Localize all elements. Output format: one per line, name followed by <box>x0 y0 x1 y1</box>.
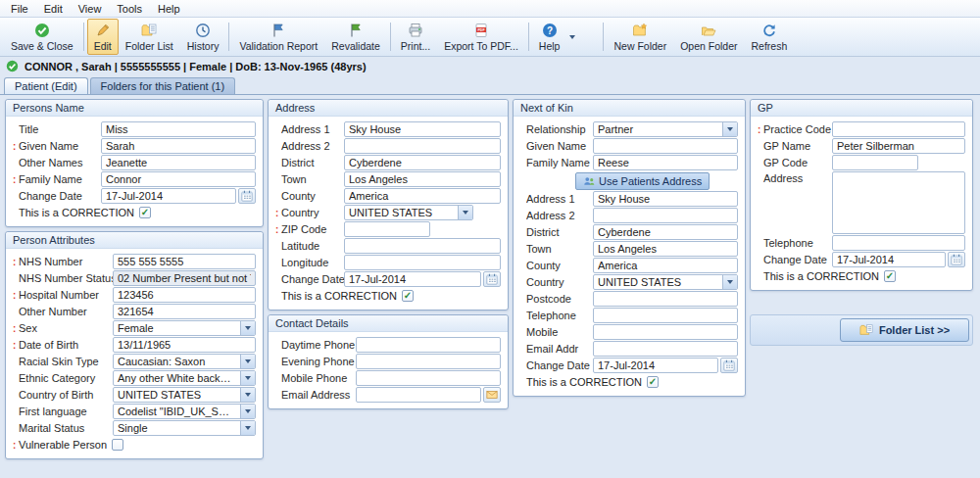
input-given-name[interactable] <box>101 138 256 154</box>
toolbar-folder-list[interactable]: Folder List <box>119 19 180 55</box>
dropdown-relationship[interactable]: Partner <box>593 121 738 137</box>
input-mobile-phone[interactable] <box>356 370 501 386</box>
dropdown-country[interactable]: UNITED STATES <box>593 274 738 290</box>
input-title[interactable] <box>101 121 256 137</box>
dropdown-sex[interactable]: Female <box>113 320 256 336</box>
dropdown-racial-skin-type[interactable]: Caucasian: Saxon <box>113 354 256 369</box>
chevron-down-icon[interactable] <box>722 275 737 289</box>
use-patients-address-button[interactable]: Use Patients Address <box>575 172 710 190</box>
checkbox-this-is-a-correction[interactable]: ✓ <box>647 376 659 388</box>
input-evening-phone[interactable] <box>356 354 501 369</box>
chevron-down-icon[interactable] <box>240 405 255 418</box>
input-family-name[interactable] <box>101 171 256 187</box>
dropdown-marital-status[interactable]: Single <box>113 420 256 436</box>
input-gp-name[interactable] <box>832 138 965 154</box>
input-longitude[interactable] <box>344 255 501 270</box>
menu-edit[interactable]: Edit <box>36 2 71 16</box>
toolbar-separator <box>603 23 604 51</box>
menu-view[interactable]: View <box>71 2 110 16</box>
input-change-date[interactable] <box>832 252 946 267</box>
toolbar-open-folder[interactable]: Open Folder <box>673 19 744 55</box>
field-label: District <box>281 157 344 168</box>
input-change-date[interactable] <box>344 271 481 287</box>
people-icon <box>583 175 595 187</box>
input-district[interactable] <box>344 155 501 170</box>
dropdown-country[interactable]: UNITED STATES <box>344 205 473 220</box>
textarea-address[interactable] <box>832 171 965 234</box>
toolbar-new-folder[interactable]: New Folder <box>607 19 673 55</box>
input-mobile[interactable] <box>593 324 738 340</box>
field-row-district: District <box>520 224 738 240</box>
toolbar-save-close[interactable]: Save & Close <box>4 19 80 55</box>
input-address-1[interactable] <box>344 121 501 137</box>
chevron-down-icon[interactable] <box>240 421 255 435</box>
input-other-number[interactable] <box>113 304 256 319</box>
toolbar-print[interactable]: Print... <box>394 19 437 55</box>
chevron-down-icon[interactable] <box>722 122 737 136</box>
checkbox-vulnerable-person[interactable] <box>112 439 123 451</box>
toolbar-refresh[interactable]: Refresh <box>745 19 795 55</box>
chevron-down-icon[interactable] <box>240 355 255 368</box>
mail-icon[interactable] <box>483 387 501 403</box>
chevron-down-icon[interactable] <box>240 371 255 385</box>
input-gp-code[interactable] <box>832 155 918 170</box>
toolbar-help-dropdown[interactable] <box>566 19 578 55</box>
input-nhs-number-status[interactable] <box>113 270 256 286</box>
input-family-name[interactable] <box>593 155 738 170</box>
tab-patient-edit[interactable]: Patient (Edit) <box>4 77 88 94</box>
input-county[interactable] <box>344 188 501 204</box>
toolbar-edit[interactable]: Edit <box>87 19 119 55</box>
input-email-address[interactable] <box>356 387 481 403</box>
input-address-1[interactable] <box>593 191 738 207</box>
toolbar-revalidate[interactable]: Revalidate <box>324 19 387 55</box>
menu-help[interactable]: Help <box>150 2 188 16</box>
input-town[interactable] <box>593 241 738 257</box>
field-row-family-name: Family Name <box>520 155 738 170</box>
input-other-names[interactable] <box>101 155 256 170</box>
input-district[interactable] <box>593 224 738 240</box>
toolbar-history[interactable]: History <box>180 19 226 55</box>
menu-file[interactable]: File <box>3 2 36 16</box>
toolbar-export-to-pdf[interactable]: PDFExport To PDF... <box>437 19 525 55</box>
input-nhs-number[interactable] <box>113 254 256 269</box>
input-change-date[interactable] <box>101 188 236 204</box>
calendar-icon[interactable] <box>948 252 965 267</box>
input-telephone[interactable] <box>593 308 738 323</box>
dropdown-first-language[interactable]: Codelist "IBID_UK_SPOKEN_LANGUAGE" n... <box>113 404 256 419</box>
folder-list-button[interactable]: Folder List >> <box>840 318 969 342</box>
input-county[interactable] <box>593 258 738 273</box>
input-practice-code[interactable] <box>832 121 965 137</box>
chevron-down-icon[interactable] <box>240 321 255 335</box>
input-hospital-number[interactable] <box>113 287 256 303</box>
input-date-of-birth[interactable] <box>113 337 256 353</box>
input-given-name[interactable] <box>593 138 738 154</box>
checkbox-this-is-a-correction[interactable]: ✓ <box>884 270 896 282</box>
dropdown-country-of-birth[interactable]: UNITED STATES <box>113 387 256 403</box>
input-email-addr[interactable] <box>593 341 738 357</box>
field-label: Address 1 <box>281 123 344 135</box>
calendar-icon[interactable] <box>483 271 501 287</box>
group-gp: GP :Practice CodeGP NameGP CodeAddressTe… <box>750 99 973 291</box>
chevron-down-icon[interactable] <box>240 388 255 402</box>
input-zip-code[interactable] <box>344 221 430 237</box>
tab-folders-for-this-patient-1[interactable]: Folders for this Patient (1) <box>90 77 236 94</box>
input-latitude[interactable] <box>344 238 501 254</box>
input-town[interactable] <box>344 171 501 187</box>
chevron-down-icon[interactable] <box>458 206 472 219</box>
calendar-icon[interactable] <box>238 188 256 204</box>
dropdown-ethnic-category[interactable]: Any other White background <box>113 370 256 386</box>
input-postcode[interactable] <box>593 291 738 307</box>
input-address-2[interactable] <box>593 208 738 223</box>
input-change-date[interactable] <box>593 358 718 373</box>
calendar-icon[interactable] <box>720 358 738 373</box>
checkbox-this-is-a-correction[interactable]: ✓ <box>139 207 151 218</box>
toolbar-validation-report[interactable]: Validation Report <box>232 19 324 55</box>
input-telephone[interactable] <box>832 235 965 251</box>
input-address-2[interactable] <box>344 138 501 154</box>
field-row-this-is-a-correction: This is a CORRECTION✓ <box>758 268 965 284</box>
menu-tools[interactable]: Tools <box>109 2 150 16</box>
field-row-this-is-a-correction: This is a CORRECTION✓ <box>13 205 256 220</box>
checkbox-this-is-a-correction[interactable]: ✓ <box>402 290 414 302</box>
input-daytime-phone[interactable] <box>356 337 501 353</box>
toolbar-help[interactable]: ?Help <box>532 19 567 55</box>
